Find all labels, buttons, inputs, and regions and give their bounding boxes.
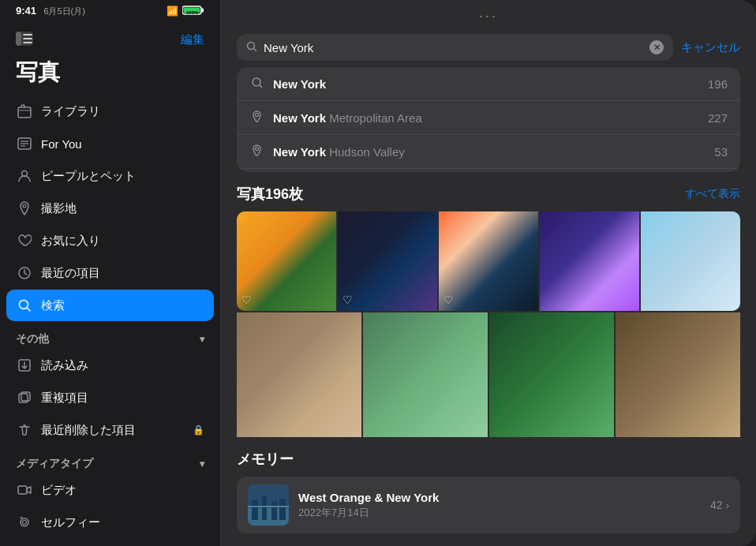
result-bold-1: New York [273, 77, 326, 91]
search-bar[interactable]: ✕ [237, 34, 673, 61]
photo-cell-9[interactable] [616, 312, 740, 437]
places-icon [16, 200, 33, 217]
search-result-item[interactable]: New York Bay 1 [237, 169, 740, 172]
heart-icon-3: ♡ [443, 294, 454, 306]
place-icon-2 [249, 144, 264, 159]
photo-cell-5[interactable] [641, 211, 740, 311]
photo-cell-4[interactable] [540, 211, 639, 311]
heart-icon-1: ♡ [241, 294, 252, 306]
nav-label-library: ライブラリ [41, 104, 204, 119]
main-nav: ライブラリ For You ピープルとペット [0, 95, 220, 321]
video-icon [16, 481, 33, 499]
nav-item-library[interactable]: ライブラリ [6, 95, 214, 127]
memory-name: West Orange & New York [298, 491, 701, 504]
nav-item-recent[interactable]: 最近の項目 [6, 257, 214, 289]
search-results-list: New York 196 New York Metropolitan Area … [237, 67, 740, 172]
photo-cell-6[interactable] [237, 312, 361, 437]
favorites-icon [16, 232, 33, 249]
svg-point-15 [23, 204, 26, 208]
svg-rect-5 [16, 32, 21, 46]
result-text-1: New York [273, 77, 708, 91]
see-all-button[interactable]: すべて表示 [685, 187, 740, 201]
nav-item-import[interactable]: 読み込み [6, 350, 214, 381]
svg-point-32 [255, 148, 258, 151]
search-bar-icon [246, 41, 257, 54]
svg-text:100%: 100% [186, 10, 199, 15]
battery-icon: 100% [182, 5, 204, 17]
memories-title: メモリー [237, 450, 740, 469]
nav-label-people-pets: ピープルとペット [41, 169, 204, 184]
nav-item-video[interactable]: ビデオ [6, 474, 214, 506]
section-media-label: メディアタイプ [16, 457, 93, 471]
main-topbar: ··· [221, 0, 756, 28]
nav-item-places[interactable]: 撮影地 [6, 193, 214, 224]
place-icon-1 [249, 110, 264, 125]
section-media-header[interactable]: メディアタイプ ▾ [0, 446, 220, 474]
photo-cell-7[interactable] [363, 312, 488, 437]
memories-section: メモリー West Orange & New York 2022年7月14日 [221, 450, 756, 546]
sidebar-toggle-button[interactable] [16, 32, 33, 48]
media-chevron-icon: ▾ [200, 458, 204, 469]
photos-section-title-row: 写真196枚 すべて表示 [237, 185, 740, 204]
svg-rect-21 [18, 486, 27, 494]
result-dim-3: Hudson Valley [329, 145, 405, 159]
nav-label-favorites: お気に入り [41, 234, 204, 249]
others-nav: 読み込み 重複項目 最近削除した項目 🔒 [0, 350, 220, 446]
result-count-2: 227 [708, 111, 728, 125]
result-count-3: 53 [714, 145, 728, 159]
nav-label-for-you: For You [41, 137, 204, 151]
nav-item-recently-deleted[interactable]: 最近削除した項目 🔒 [6, 414, 214, 446]
search-result-item[interactable]: New York 196 [237, 67, 740, 101]
memory-count: 42 › [710, 499, 729, 511]
lock-icon: 🔒 [193, 424, 204, 436]
nav-label-recent: 最近の項目 [41, 266, 204, 281]
status-bar: 9:41 6月5日(月) 📶 100% [0, 0, 220, 21]
memory-date: 2022年7月14日 [298, 506, 701, 520]
nav-item-search[interactable]: 検索 [6, 290, 214, 321]
search-result-item[interactable]: New York Metropolitan Area 227 [237, 101, 740, 135]
memory-info: West Orange & New York 2022年7月14日 [298, 491, 701, 520]
search-cancel-button[interactable]: キャンセル [681, 40, 740, 55]
search-clear-button[interactable]: ✕ [649, 40, 664, 54]
photo-grid-row2 [237, 312, 740, 437]
duplicates-icon [16, 389, 33, 406]
library-icon [16, 103, 33, 120]
sidebar-edit-button[interactable]: 編集 [181, 32, 204, 47]
memory-thumbnail [248, 484, 289, 525]
photo-cell-1[interactable]: ♡ [237, 211, 336, 311]
others-chevron-icon: ▾ [200, 334, 204, 345]
nav-item-selfie[interactable]: セルフィー [6, 507, 214, 538]
app-title: 写真 [0, 54, 220, 95]
recent-icon [16, 264, 33, 282]
result-dim-2: Metropolitan Area [329, 111, 422, 125]
memory-card[interactable]: West Orange & New York 2022年7月14日 42 › [237, 477, 740, 533]
nav-item-favorites[interactable]: お気に入り [6, 225, 214, 256]
svg-rect-39 [271, 502, 277, 520]
section-others-header[interactable]: その他 ▾ [0, 321, 220, 350]
result-text-3: New York Hudson Valley [273, 145, 714, 159]
sidebar-header: 編集 [0, 21, 220, 54]
result-bold-3: New York [273, 145, 326, 159]
nav-item-for-you[interactable]: For You [6, 128, 214, 159]
nav-label-recently-deleted: 最近削除した項目 [41, 423, 182, 438]
nav-item-people-pets[interactable]: ピープルとペット [6, 160, 214, 192]
wifi-icon: 📶 [167, 6, 178, 17]
media-nav: ビデオ セルフィー Live Photos [0, 474, 220, 546]
photo-grid-row1: ♡ ♡ ♡ [237, 211, 740, 311]
section-others-label: その他 [16, 332, 49, 346]
main-content: ··· ✕ キャンセル New York [221, 0, 756, 546]
search-bar-container: ✕ キャンセル [221, 28, 756, 67]
memory-count-value: 42 [710, 499, 723, 511]
search-result-item[interactable]: New York Hudson Valley 53 [237, 135, 740, 169]
nav-item-duplicates[interactable]: 重複項目 [6, 382, 214, 413]
nav-item-live-photos[interactable]: Live Photos [6, 539, 214, 546]
photo-cell-3[interactable]: ♡ [439, 211, 538, 311]
status-time: 9:41 [16, 5, 36, 17]
search-input[interactable] [264, 41, 643, 54]
photo-cell-8[interactable] [489, 312, 614, 437]
nav-label-video: ビデオ [41, 483, 204, 498]
trash-icon [16, 421, 33, 439]
svg-rect-38 [262, 496, 267, 520]
photo-cell-2[interactable]: ♡ [338, 211, 437, 311]
selfie-icon [16, 514, 33, 531]
